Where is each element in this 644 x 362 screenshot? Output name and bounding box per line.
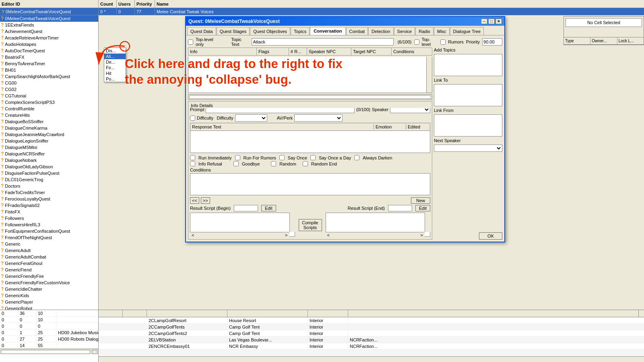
info-hscroll[interactable]: [188, 94, 432, 100]
quest-item[interactable]: ?DLC01GenericTrog: [0, 176, 98, 183]
quest-item[interactable]: ?DialogueNobark: [0, 157, 98, 163]
script-begin-vscroll[interactable]: [289, 213, 295, 232]
run-for-rumors-cb[interactable]: [235, 155, 240, 160]
bottom-table-row[interactable]: 2CLampGolfResort House Resort Interior: [99, 317, 644, 324]
topic-text-input[interactable]: [252, 38, 393, 46]
maximize-button[interactable]: □: [488, 19, 495, 24]
quest-item[interactable]: ?GenericFeralGhoul: [0, 260, 98, 267]
rumors-check[interactable]: [440, 39, 446, 45]
quest-item[interactable]: ?FriendOfTheNightQuest: [0, 234, 98, 241]
quest-item[interactable]: ?ArcadeRetrieveArmorTimer: [0, 35, 98, 41]
tab-quest-objectives[interactable]: Quest Objectives: [250, 27, 290, 35]
top-level-check[interactable]: [414, 39, 419, 45]
prev-prev-button[interactable]: <<: [190, 197, 199, 204]
edit-begin-button[interactable]: Edit: [261, 205, 276, 211]
context-item-de[interactable]: De...: [104, 59, 126, 65]
quest-item[interactable]: ?GenericPlayer: [0, 299, 98, 305]
quest-item[interactable]: ?Doctors: [0, 183, 98, 189]
bottom-col-loc[interactable]: [147, 310, 227, 317]
bottom-left-row[interactable]: 0 36 10: [0, 310, 98, 316]
script-end-vscroll[interactable]: [425, 213, 430, 232]
bottom-col-type[interactable]: [308, 310, 348, 317]
bottom-col-faction[interactable]: [348, 310, 638, 317]
bottom-left-row[interactable]: 0 1 25 HD00 Jukebox Music: [0, 329, 98, 336]
quest-item[interactable]: ?FollowersHireRL3: [0, 221, 98, 228]
quest-item[interactable]: ?GenericAdultCombat: [0, 254, 98, 260]
new-button[interactable]: New: [411, 197, 430, 204]
quest-item[interactable]: ?0MeleeCombatTweakVoiceQuest: [0, 15, 98, 22]
quest-item[interactable]: ?FadeToCreditsTimer: [0, 189, 98, 196]
quest-item[interactable]: ?Followers: [0, 215, 98, 221]
quest-item[interactable]: ?BeatrixFX: [0, 54, 98, 60]
bottom-left-row[interactable]: 0 14 55: [0, 342, 98, 349]
run-immediately-cb[interactable]: [190, 155, 195, 160]
quest-item[interactable]: ?CGTutorial: [0, 93, 98, 99]
quest-item[interactable]: ?GenericFiend: [0, 267, 98, 273]
context-item-hit[interactable]: Hit: [104, 70, 126, 76]
quest-item[interactable]: ?GenericFriendlyFire: [0, 273, 98, 279]
bottom-table-row[interactable]: 2CCampGolfTents Camp Golf Tent Interior: [99, 324, 644, 330]
av-perk-select[interactable]: [294, 114, 343, 122]
context-item-po[interactable]: Po...: [104, 76, 126, 82]
tab-topics[interactable]: Topics: [291, 27, 310, 35]
quest-item[interactable]: ?AutoDocTimerQuest: [0, 48, 98, 54]
quest-item[interactable]: ?BennyToArenaTimer: [0, 60, 98, 67]
quest-item[interactable]: ?ControlRumble: [0, 105, 98, 112]
goodbye-cb[interactable]: [233, 161, 239, 166]
context-item-dis[interactable]: Dis...: [104, 48, 126, 54]
quest-item[interactable]: ?GenericKids: [0, 292, 98, 299]
quest-item[interactable]: ?DialogueBoSSniffer: [0, 118, 98, 125]
tab-detection[interactable]: Detection: [368, 27, 393, 35]
quest-item[interactable]: ?1EExtraFiends: [0, 22, 98, 28]
tab-quest-data[interactable]: Quest Data: [187, 27, 216, 35]
quest-item[interactable]: ?FistoFX: [0, 209, 98, 215]
quest-item[interactable]: ?DialogueCrimeKarma: [0, 125, 98, 131]
quest-item[interactable]: ?AchievementQuest: [0, 28, 98, 35]
quest-item[interactable]: ?GenericIdleChatter: [0, 286, 98, 292]
context-item-fir[interactable]: Fir...: [104, 65, 126, 70]
tab-service[interactable]: Service: [394, 27, 415, 35]
always-darken-cb[interactable]: [354, 155, 359, 160]
top-level-only-checkbox[interactable]: [188, 39, 193, 45]
result-begin-input[interactable]: [234, 205, 258, 211]
tab-combat[interactable]: Combat: [346, 27, 368, 35]
speech-challenge-checkbox[interactable]: [190, 116, 195, 121]
quest-item[interactable]: ?DisguiseFactionPulseQuest: [0, 170, 98, 176]
quest-item[interactable]: ?FerociousLoyaltyQuest: [0, 196, 98, 202]
difficulty-select[interactable]: [235, 114, 267, 122]
quest-item[interactable]: ?BH01: [0, 67, 98, 73]
tab-radio[interactable]: Radio: [415, 27, 433, 35]
response-text-textarea[interactable]: [190, 131, 430, 153]
compile-scripts-button[interactable]: CompileScripts: [299, 219, 322, 231]
conditions-textarea[interactable]: [190, 173, 430, 195]
next-speaker-select[interactable]: [434, 145, 502, 152]
bottom-left-row[interactable]: 0 0 0: [0, 323, 98, 329]
quest-item[interactable]: ?CreatureHits: [0, 112, 98, 118]
ok-button[interactable]: OK: [479, 232, 502, 240]
link-from-list[interactable]: [434, 114, 502, 137]
quest-item[interactable]: ?DialogueJeannieMayCrawford: [0, 131, 98, 138]
edit-end-button[interactable]: Edit: [415, 205, 430, 211]
quest-item[interactable]: ?CG02: [0, 86, 98, 93]
quest-item[interactable]: ?AudioHolotapes: [0, 41, 98, 48]
info-refusal-cb[interactable]: [190, 161, 195, 166]
quest-item[interactable]: ?DialogueLegionSniffer: [0, 138, 98, 144]
bottom-col-2[interactable]: [123, 310, 147, 317]
minimize-button[interactable]: ─: [481, 19, 487, 24]
quest-item[interactable]: ?GenericFriendlyFireCustomVoice: [0, 279, 98, 286]
bottom-table-row[interactable]: 2CCampGolfTents2 Camp Golf Tent Interior: [99, 330, 644, 337]
bottom-col-1[interactable]: [99, 310, 123, 317]
bottom-vscroll[interactable]: [638, 310, 644, 317]
bottom-col-name[interactable]: [227, 310, 308, 317]
quest-item[interactable]: ?GenericRobot: [0, 305, 98, 310]
quest-item[interactable]: ?FortEquipmentConfiscationQuest: [0, 228, 98, 234]
quest-item[interactable]: ?DialogueNCRSniffer: [0, 151, 98, 157]
add-topics-list[interactable]: [434, 54, 502, 76]
quest-item[interactable]: ?DialogueOldLadyGibson: [0, 163, 98, 170]
quest-item[interactable]: ?ComplexSceneScriptPS3: [0, 99, 98, 105]
script-begin-hscroll[interactable]: < >: [190, 232, 289, 238]
tab-conversation[interactable]: Conversation: [310, 27, 345, 35]
bottom-table-row[interactable]: 2ELVBStation Las Vegas Boulevar... Inter…: [99, 337, 644, 343]
quest-item[interactable]: ?DialogueMSMini: [0, 144, 98, 151]
bottom-table-row[interactable]: 2ENCRCEmbassy01 NCR Embassy Interior NCR…: [99, 343, 644, 350]
